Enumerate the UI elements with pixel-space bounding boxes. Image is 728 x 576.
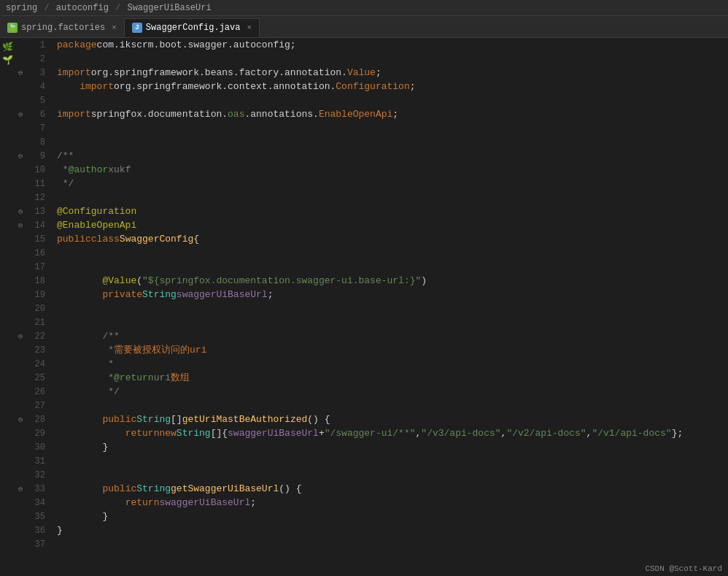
tab-spring-factories[interactable]: 🍃 spring.factories × [0,18,125,37]
gutter-line-21: 21 [15,315,51,329]
gutter-line-33: ⊖ 33 [15,482,51,496]
watermark: CSDN @Scott-Kard [645,561,728,576]
fold-icon-33[interactable]: ⊖ [16,485,25,494]
code-line-27 [57,399,728,412]
fold-icon-14[interactable]: ⊖ [16,221,25,230]
code-line-6: import springfox.documentation.oas.annot… [57,107,728,121]
gutter-line-8: 8 [15,135,51,149]
code-line-21 [57,315,728,329]
code-line-4: import org.springframework.context.annot… [57,80,728,93]
gutter-line-34: 34 [15,496,51,510]
code-line-37 [57,537,728,551]
fold-icon-9[interactable]: ⊖ [16,152,25,161]
code-line-15: public class SwaggerConfig { [57,232,728,246]
java-icon: J [132,23,142,33]
line-numbers: 1 2 ⊖ 3 4 5 ⊖ 6 7 8 ⊖ 9 10 11 12 ⊖ 13 [15,38,51,551]
fold-icon-13[interactable]: ⊖ [16,207,25,216]
code-line-9: /** [57,149,728,163]
fold-icon-28[interactable]: ⊖ [16,415,25,424]
gutter-line-2: 2 [15,52,51,66]
gutter-line-3: ⊖ 3 [15,66,51,80]
code-line-2 [57,52,728,66]
code-line-13: @Configuration [57,204,728,218]
tab-bar: 🍃 spring.factories × J SwaggerConfig.jav… [0,16,728,38]
code-line-3: import org.springframework.beans.factory… [57,66,728,80]
gutter-line-6: ⊖ 6 [15,107,51,121]
gutter-line-10: 10 [15,163,51,177]
code-line-7 [57,121,728,135]
tab-label-swagger: SwaggerConfig.java [146,23,241,33]
line-gutter: 1 2 ⊖ 3 4 5 ⊖ 6 7 8 ⊖ 9 10 11 12 ⊖ 13 [15,38,51,576]
gutter-line-19: 19 [15,288,51,302]
gutter-line-9: ⊖ 9 [15,149,51,163]
gutter-line-28: ⊖ 28 [15,412,51,426]
gutter-line-12: 12 [15,191,51,204]
fold-icon-22[interactable]: ⊖ [16,332,25,341]
gutter-line-37: 37 [15,537,51,551]
code-line-33: public String getSwaggerUiBaseUrl() { [57,482,728,496]
editor-container: 🌿 🌱 1 2 ⊖ 3 4 5 ⊖ 6 7 8 ⊖ 9 10 11 [0,38,728,576]
gutter-line-1: 1 [15,38,51,52]
tab-swagger-config[interactable]: J SwaggerConfig.java × [125,18,260,37]
gutter-line-4: 4 [15,80,51,93]
gutter-line-23: 23 [15,343,51,357]
code-line-28: public String[] getUriMastBeAuthorized()… [57,412,728,426]
gutter-line-5: 5 [15,93,51,107]
gutter-line-30: 30 [15,440,51,454]
code-line-34: return swaggerUiBaseUrl; [57,496,728,510]
gutter-line-22: ⊖ 22 [15,329,51,343]
breadcrumb: spring / autoconfig / SwaggerUiBaseUri [6,3,212,13]
code-editor[interactable]: package com.ikscrm.boot.swagger.autoconf… [51,38,728,576]
code-line-12 [57,191,728,204]
code-line-14: @EnableOpenApi [57,218,728,232]
code-line-36: } [57,523,728,537]
gutter-line-31: 31 [15,454,51,468]
tab-close-swagger[interactable]: × [247,23,252,32]
tab-label-spring: spring.factories [21,23,105,33]
gutter-line-35: 35 [15,510,51,523]
gutter-line-13: ⊖ 13 [15,204,51,218]
gutter-line-29: 29 [15,426,51,440]
fold-icon-6[interactable]: ⊖ [16,110,25,119]
code-line-25: * @return uri 数组 [57,371,728,385]
gutter-line-7: 7 [15,121,51,135]
gutter-line-14: ⊖ 14 [15,218,51,232]
code-line-35: } [57,510,728,523]
icon-leaf1: 🌿 [1,41,13,53]
code-line-20 [57,302,728,315]
gutter-line-25: 25 [15,371,51,385]
spring-icon: 🍃 [7,23,18,33]
code-line-26: */ [57,385,728,399]
code-line-22: /** [57,329,728,343]
code-line-29: return new String[]{swaggerUiBaseUrl + "… [57,426,728,440]
gutter-line-36: 36 [15,523,51,537]
top-navigation-bar: spring / autoconfig / SwaggerUiBaseUri [0,0,728,16]
code-line-11: */ [57,177,728,191]
icon-leaf2: 🌱 [1,54,13,66]
code-line-31 [57,454,728,468]
gutter-line-32: 32 [15,468,51,482]
code-line-10: * @author xukf [57,163,728,177]
code-line-24: * [57,357,728,371]
gutter-line-18: 18 [15,274,51,288]
watermark-text: CSDN @Scott-Kard [645,564,722,573]
gutter-line-11: 11 [15,177,51,191]
gutter-line-24: 24 [15,357,51,371]
code-line-17 [57,260,728,274]
code-line-30: } [57,440,728,454]
code-line-19: private String swaggerUiBaseUrl; [57,288,728,302]
gutter-line-15: 15 [15,232,51,246]
gutter-line-27: 27 [15,399,51,412]
gutter-line-20: 20 [15,302,51,315]
code-line-8 [57,135,728,149]
code-line-23: * 需要被授权访问的uri [57,343,728,357]
fold-icon-3[interactable]: ⊖ [16,69,25,77]
gutter-line-16: 16 [15,246,51,260]
code-line-5 [57,93,728,107]
code-line-16 [57,246,728,260]
tab-close-spring[interactable]: × [112,23,117,32]
code-line-18: @Value("${springfox.documentation.swagge… [57,274,728,288]
code-line-1: package com.ikscrm.boot.swagger.autoconf… [57,38,728,52]
gutter-line-26: 26 [15,385,51,399]
code-line-32 [57,468,728,482]
